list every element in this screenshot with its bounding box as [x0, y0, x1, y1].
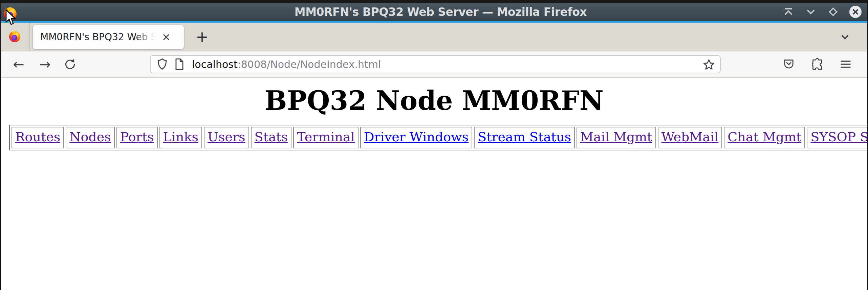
nav-link-cell: WebMail: [658, 127, 722, 148]
app-menu-button[interactable]: [838, 56, 854, 72]
node-nav-table: RoutesNodesPortsLinksUsersStatsTerminalD…: [9, 125, 868, 150]
nav-link-cell: Users: [204, 127, 249, 148]
window-top-border: [1, 0, 867, 3]
tab-separator: [29, 23, 30, 51]
firefox-core: [6, 12, 13, 19]
url-text[interactable]: localhost:8008/Node/NodeIndex.html: [192, 58, 381, 70]
nav-link-cell: SYSOP Signin: [807, 127, 868, 148]
list-tabs-button[interactable]: [839, 23, 851, 51]
extensions-button[interactable]: [809, 56, 825, 72]
firefox-logo-icon[interactable]: [9, 31, 20, 42]
nav-link-cell: Stats: [251, 127, 292, 148]
window-controls: [781, 3, 863, 21]
nav-link-cell: Routes: [12, 127, 64, 148]
nav-link-terminal[interactable]: Terminal: [297, 129, 355, 144]
reload-button[interactable]: [61, 55, 79, 73]
back-button[interactable]: ←: [10, 55, 27, 73]
titlebar[interactable]: MM0RFN's BPQ32 Web Server — Mozilla Fire…: [1, 3, 867, 21]
nav-link-cell: Chat Mgmt: [724, 127, 805, 148]
minimize-icon: [805, 6, 817, 18]
page-info-button[interactable]: [174, 58, 185, 71]
firefox-window: MM0RFN's BPQ32 Web Server — Mozilla Fire…: [0, 0, 868, 290]
window-title: MM0RFN's BPQ32 Web Server — Mozilla Fire…: [14, 5, 867, 19]
nav-link-stats[interactable]: Stats: [255, 129, 288, 144]
shade-icon: [783, 6, 794, 18]
nav-link-mail-mgmt[interactable]: Mail Mgmt: [580, 129, 652, 144]
tracking-shield-button[interactable]: [156, 58, 168, 71]
list-tabs-chevron-icon: [839, 31, 851, 43]
nav-link-cell: Driver Windows: [360, 127, 472, 148]
extensions-puzzle-icon: [810, 57, 824, 71]
nav-link-cell: Stream Status: [474, 127, 575, 148]
tab-title: MM0RFN's BPQ32 Web Server: [40, 31, 159, 43]
url-host: localhost: [192, 58, 238, 70]
tab-label-wrap: MM0RFN's BPQ32 Web Server: [40, 31, 159, 43]
close-icon: [849, 5, 862, 19]
nav-link-ports[interactable]: Ports: [120, 129, 154, 144]
nav-link-chat-mgmt[interactable]: Chat Mgmt: [728, 129, 801, 144]
nav-link-cell: Nodes: [66, 127, 114, 148]
page-title: BPQ32 Node MM0RFN: [1, 85, 867, 116]
url-path: :8008/Node/NodeIndex.html: [238, 58, 381, 70]
url-bar[interactable]: localhost:8008/Node/NodeIndex.html: [150, 55, 721, 73]
nav-link-nodes[interactable]: Nodes: [69, 129, 111, 144]
nav-link-routes[interactable]: Routes: [15, 129, 60, 144]
toolbar-right-buttons: [781, 51, 854, 77]
page-content: BPQ32 Node MM0RFN RoutesNodesPortsLinksU…: [1, 78, 867, 289]
new-tab-button[interactable]: +: [193, 28, 211, 46]
firefox-core: [12, 35, 17, 41]
nav-link-cell: Terminal: [293, 127, 359, 148]
nav-link-webmail[interactable]: WebMail: [661, 129, 719, 144]
tab-active[interactable]: MM0RFN's BPQ32 Web Server: [33, 25, 184, 49]
minimize-button[interactable]: [804, 5, 818, 19]
page-icon: [174, 58, 185, 71]
bookmark-button[interactable]: [702, 58, 716, 72]
firefox-window-icon: [4, 7, 17, 20]
forward-button[interactable]: →: [36, 55, 54, 73]
maximize-button[interactable]: [826, 5, 840, 19]
nav-link-cell: Mail Mgmt: [577, 127, 656, 148]
nav-link-cell: Ports: [116, 127, 158, 148]
nav-toolbar: ← → localhost:8008/Node/NodeIndex.ht: [1, 51, 867, 77]
nav-link-driver-windows[interactable]: Driver Windows: [364, 129, 469, 144]
menu-icon: [839, 57, 852, 71]
close-button[interactable]: [848, 5, 863, 19]
pocket-icon: [782, 57, 796, 71]
shield-icon: [156, 58, 168, 71]
nav-link-sysop-signin[interactable]: SYSOP Signin: [810, 129, 868, 144]
tab-bar: MM0RFN's BPQ32 Web Server +: [1, 23, 867, 51]
bookmark-star-icon: [702, 58, 715, 71]
firefox-flame: [12, 31, 17, 35]
firefox-flame: [7, 7, 13, 11]
reload-icon: [63, 57, 77, 71]
nav-links-row: RoutesNodesPortsLinksUsersStatsTerminalD…: [12, 127, 868, 148]
nav-link-cell: Links: [159, 127, 202, 148]
maximize-icon: [827, 6, 839, 18]
pocket-button[interactable]: [781, 56, 797, 72]
nav-link-stream-status[interactable]: Stream Status: [478, 129, 571, 144]
shade-button[interactable]: [781, 5, 796, 19]
tab-close-button[interactable]: [159, 30, 173, 44]
tab-close-icon: [162, 33, 170, 41]
nav-link-links[interactable]: Links: [163, 129, 198, 144]
nav-link-users[interactable]: Users: [208, 129, 245, 144]
